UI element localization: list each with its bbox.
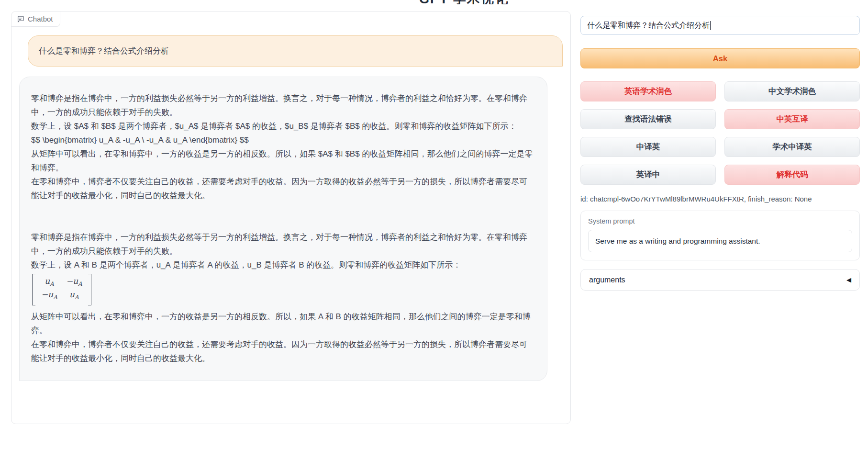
bot-message-part1: 零和博弈是指在博弈中，一方的利益损失必然等于另一方的利益增益。换言之，对于每一种… bbox=[31, 91, 534, 202]
message-line: 数学上，设 $A$ 和 $B$ 是两个博弈者，$u_A$ 是博弈者 $A$ 的收… bbox=[31, 119, 534, 133]
message-line: 零和博弈是指在博弈中，一方的利益损失必然等于另一方的利益增益。换言之，对于每一种… bbox=[31, 230, 534, 258]
system-prompt-card: System prompt Serve me as a writing and … bbox=[580, 211, 860, 260]
matrix-cell: uA bbox=[66, 290, 82, 302]
accordion-collapse-icon[interactable]: ◀ bbox=[846, 276, 851, 283]
message-line: 在零和博弈中，博弈者不仅要关注自己的收益，还需要考虑对手的收益。因为一方取得的收… bbox=[31, 175, 534, 202]
system-prompt-label: System prompt bbox=[588, 217, 852, 225]
message-line: 零和博弈是指在博弈中，一方的利益损失必然等于另一方的利益增益。换言之，对于每一种… bbox=[31, 91, 534, 119]
matrix-cell: −uA bbox=[66, 276, 82, 289]
matrix-cells: uA−uA−uAuA bbox=[35, 274, 88, 305]
chat-bubble-icon bbox=[17, 15, 24, 23]
function-button[interactable]: 学术中译英 bbox=[724, 137, 860, 157]
function-button[interactable]: 中英互译 bbox=[724, 109, 860, 129]
page-title-clipped: GPT 学术优化 bbox=[419, 0, 509, 4]
bot-message-bubble: 零和博弈是指在博弈中，一方的利益损失必然等于另一方的利益增益。换言之，对于每一种… bbox=[19, 77, 547, 381]
function-button[interactable]: 中文学术润色 bbox=[724, 81, 860, 101]
message-line: 数学上，设 A 和 B 是两个博弈者，u_A 是博弈者 A 的收益，u_B 是博… bbox=[31, 258, 534, 272]
arguments-accordion-label: arguments bbox=[589, 276, 625, 284]
system-prompt-input[interactable]: Serve me as a writing and programming as… bbox=[588, 230, 852, 252]
matrix-left-bracket bbox=[32, 274, 35, 305]
user-message-text: 什么是零和博弈？结合公式介绍分析 bbox=[39, 46, 169, 56]
chat-message-list[interactable]: 什么是零和博弈？结合公式介绍分析 零和博弈是指在博弈中，一方的利益损失必然等于另… bbox=[11, 11, 570, 381]
arguments-accordion[interactable]: arguments ◀ bbox=[580, 269, 860, 291]
matrix-cell: −uA bbox=[41, 290, 57, 302]
main-layout: Chatbot 什么是零和博弈？结合公式介绍分析 零和博弈是指在博弈中，一方的利… bbox=[0, 0, 868, 424]
chatbot-label-text: Chatbot bbox=[28, 15, 53, 23]
question-input[interactable]: 什么是零和博弈？结合公式介绍分析 bbox=[580, 16, 860, 35]
message-line: 从矩阵中可以看出，在零和博弈中，一方的收益是另一方的相反数。所以，如果 $A$ … bbox=[31, 147, 534, 175]
bot-message-gap bbox=[31, 202, 534, 230]
system-prompt-value: Serve me as a writing and programming as… bbox=[595, 237, 760, 246]
matrix-right-bracket bbox=[88, 274, 91, 305]
message-line: $$ \begin{bmatrix} u_A & -u_A \ -u_A & u… bbox=[31, 133, 534, 147]
math-matrix: uA−uA−uAuA bbox=[32, 274, 91, 305]
message-line: 从矩阵中可以看出，在零和博弈中，一方的收益是另一方的相反数。所以，如果 A 和 … bbox=[31, 310, 534, 337]
chatbot-panel: Chatbot 什么是零和博弈？结合公式介绍分析 零和博弈是指在博弈中，一方的利… bbox=[11, 11, 571, 424]
user-message-bubble: 什么是零和博弈？结合公式介绍分析 bbox=[28, 35, 563, 67]
text-cursor bbox=[710, 21, 711, 30]
bot-message-part2-outro: 从矩阵中可以看出，在零和博弈中，一方的收益是另一方的相反数。所以，如果 A 和 … bbox=[31, 310, 534, 365]
function-button[interactable]: 解释代码 bbox=[724, 165, 860, 185]
function-button[interactable]: 中译英 bbox=[580, 137, 716, 157]
matrix-cell: uA bbox=[41, 276, 57, 289]
control-column: 什么是零和博弈？结合公式介绍分析 Ask 英语学术润色中文学术润色查找语法错误中… bbox=[580, 11, 860, 291]
function-button[interactable]: 查找语法错误 bbox=[580, 109, 716, 129]
function-button-grid: 英语学术润色中文学术润色查找语法错误中英互译中译英学术中译英英译中解释代码 bbox=[580, 81, 860, 185]
function-button[interactable]: 英语学术润色 bbox=[580, 81, 716, 101]
function-button[interactable]: 英译中 bbox=[580, 165, 716, 185]
status-line: id: chatcmpl-6wOo7KrYTwMl89lbrMWRu4UkFFX… bbox=[580, 195, 860, 203]
message-line: 在零和博弈中，博弈者不仅要关注自己的收益，还需要考虑对手的收益。因为一方取得的收… bbox=[31, 337, 534, 365]
chatbot-label: Chatbot bbox=[11, 11, 60, 27]
question-input-value: 什么是零和博弈？结合公式介绍分析 bbox=[587, 21, 710, 31]
page-title: GPT 学术优化 bbox=[419, 0, 509, 4]
bot-message-part2-intro: 零和博弈是指在博弈中，一方的利益损失必然等于另一方的利益增益。换言之，对于每一种… bbox=[31, 230, 534, 272]
ask-button[interactable]: Ask bbox=[580, 48, 860, 68]
